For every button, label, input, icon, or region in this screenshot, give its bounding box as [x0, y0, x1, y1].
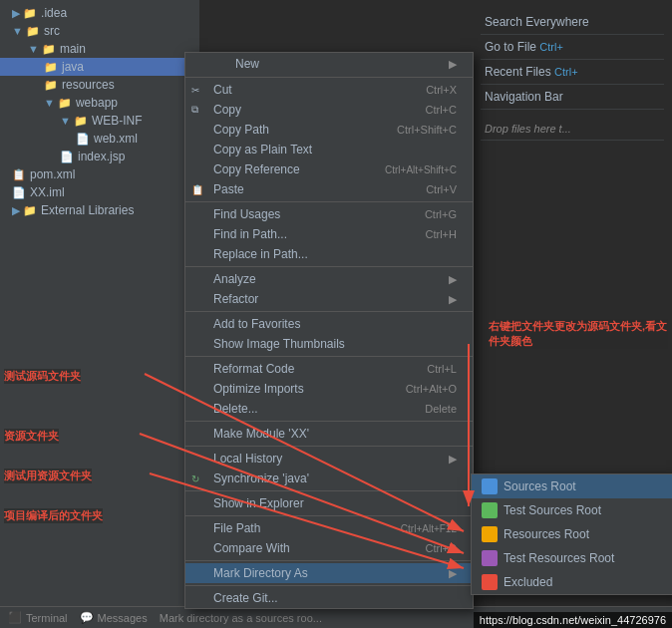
separator — [185, 585, 473, 586]
submenu-sources-root[interactable]: Sources Root — [472, 474, 672, 498]
annotation-resources: 资源文件夹 — [4, 429, 59, 444]
watermark: https://blog.csdn.net/weixin_44726976 — [474, 612, 672, 628]
separator — [185, 77, 473, 78]
submenu-test-sources-root[interactable]: Test Sources Root — [472, 498, 672, 522]
sources-icon — [482, 478, 498, 494]
separator — [185, 515, 473, 516]
tree-item-main[interactable]: ▼ 📁 main — [0, 40, 199, 58]
tree-item-resources[interactable]: 📁 resources — [0, 76, 199, 94]
submenu-arrow: ▶ — [449, 58, 457, 71]
menu-copy-reference[interactable]: Copy Reference Ctrl+Alt+Shift+C — [185, 159, 473, 179]
right-panel-navigation-bar[interactable]: Navigation Bar — [481, 85, 664, 110]
annotation-test-resources: 测试用资源文件夹 — [4, 469, 92, 483]
submenu-arrow: ▶ — [449, 273, 457, 286]
tree-item-external-libraries[interactable]: ▶ 📁 External Libraries — [0, 201, 199, 219]
menu-find-usages[interactable]: Find Usages Ctrl+G — [185, 204, 473, 224]
cut-icon: ✂ — [191, 85, 199, 96]
submenu-arrow: ▶ — [449, 453, 457, 466]
separator — [185, 490, 473, 491]
menu-local-history[interactable]: Local History ▶ — [185, 449, 473, 469]
submenu-excluded[interactable]: Excluded — [472, 570, 672, 594]
tree-item-xximl[interactable]: 📄 XX.iml — [0, 183, 199, 201]
folder-icon: ▼ 📁 — [60, 115, 88, 128]
tree-item-webxml[interactable]: 📄 web.xml — [0, 130, 199, 148]
tree-item-webapp[interactable]: ▼ 📁 webapp — [0, 94, 199, 112]
menu-copy-plain-text[interactable]: Copy as Plain Text — [185, 140, 473, 159]
menu-cut[interactable]: ✂ Cut Ctrl+X — [185, 80, 473, 100]
submenu-arrow: ▶ — [449, 567, 457, 580]
separator — [185, 311, 473, 312]
paste-icon: 📋 — [191, 184, 203, 195]
submenu-arrow: ▶ — [449, 293, 457, 306]
right-panel-search-everywhere[interactable]: Search Everywhere — [481, 10, 664, 35]
messages-tab[interactable]: 💬 Messages — [80, 611, 148, 624]
menu-create-git[interactable]: Create Git... — [185, 588, 473, 608]
tree-item-idea[interactable]: ▶ 📁 .idea — [0, 4, 199, 22]
right-click-annotation: 右键把文件夹更改为源码文件夹,看文件夹颜色 — [489, 319, 668, 349]
folder-icon: ▼ 📁 — [12, 25, 40, 38]
jsp-icon: 📄 — [60, 151, 74, 163]
tree-item-src[interactable]: ▼ 📁 src — [0, 22, 199, 40]
menu-file-path[interactable]: File Path Ctrl+Alt+F12 — [185, 518, 473, 538]
menu-analyze[interactable]: Analyze ▶ — [185, 269, 473, 289]
excluded-icon — [482, 574, 498, 590]
right-panel-recent-files[interactable]: Recent Files Ctrl+ — [481, 60, 664, 85]
folder-icon: 📁 — [44, 79, 58, 92]
menu-paste[interactable]: 📋 Paste Ctrl+V — [185, 179, 473, 199]
new-icon — [213, 56, 229, 72]
menu-mark-directory-as[interactable]: Mark Directory As ▶ — [185, 563, 473, 583]
xml-icon: 📄 — [76, 133, 90, 146]
mark-directory-submenu: Sources Root Test Sources Root Resources… — [471, 473, 672, 595]
menu-optimize-imports[interactable]: Optimize Imports Ctrl+Alt+O — [185, 379, 473, 399]
folder-icon: 📁 — [44, 61, 58, 74]
messages-icon: 💬 — [80, 611, 94, 624]
menu-copy[interactable]: ⧉ Copy Ctrl+C — [185, 100, 473, 120]
separator — [185, 421, 473, 422]
xml-icon: 📋 — [12, 168, 26, 181]
tree-item-webinf[interactable]: ▼ 📁 WEB-INF — [0, 112, 199, 130]
folder-icon: ▶ 📁 — [12, 7, 37, 20]
right-panel-drop-area: Drop files here t... — [481, 118, 664, 141]
annotation-compiled: 项目编译后的文件夹 — [4, 508, 103, 523]
menu-reformat-code[interactable]: Reformat Code Ctrl+L — [185, 359, 473, 379]
menu-delete[interactable]: Delete... Delete — [185, 399, 473, 419]
tree-item-indexjsp[interactable]: 📄 index.jsp — [0, 148, 199, 165]
separator — [185, 560, 473, 561]
menu-compare-with[interactable]: Compare With Ctrl+D — [185, 538, 473, 558]
iml-icon: 📄 — [12, 186, 26, 199]
menu-add-to-favorites[interactable]: Add to Favorites — [185, 314, 473, 334]
menu-copy-path[interactable]: Copy Path Ctrl+Shift+C — [185, 120, 473, 140]
menu-replace-in-path[interactable]: Replace in Path... — [185, 244, 473, 264]
menu-make-module[interactable]: Make Module 'XX' — [185, 424, 473, 444]
menu-find-in-path[interactable]: Find in Path... Ctrl+H — [185, 224, 473, 244]
menu-show-in-explorer[interactable]: Show in Explorer — [185, 493, 473, 513]
terminal-icon: ⬛ — [8, 611, 22, 624]
submenu-test-resources-root[interactable]: Test Resources Root — [472, 546, 672, 570]
folder-icon: ▼ 📁 — [28, 43, 56, 56]
copy-icon: ⧉ — [191, 104, 198, 116]
context-menu: New ▶ ✂ Cut Ctrl+X ⧉ Copy Ctrl+C Copy Pa… — [184, 52, 474, 609]
sync-icon: ↻ — [191, 473, 199, 484]
test-resources-icon — [482, 550, 498, 566]
folder-icon: ▼ 📁 — [44, 97, 72, 110]
file-tree: ▶ 📁 .idea ▼ 📁 src ▼ 📁 main 📁 java 📁 reso… — [0, 0, 199, 628]
folder-icon: ▶ 📁 — [12, 204, 37, 217]
separator — [185, 446, 473, 447]
separator — [185, 266, 473, 267]
tree-item-java[interactable]: 📁 java — [0, 58, 199, 76]
separator — [185, 356, 473, 357]
separator — [185, 201, 473, 202]
annotation-test-src: 测试源码文件夹 — [4, 369, 81, 384]
menu-show-image-thumbnails[interactable]: Show Image Thumbnails — [185, 334, 473, 354]
resources-icon — [482, 526, 498, 542]
menu-refactor[interactable]: Refactor ▶ — [185, 289, 473, 309]
menu-synchronize[interactable]: ↻ Synchronize 'java' — [185, 469, 473, 488]
terminal-tab[interactable]: ⬛ Terminal — [8, 611, 68, 624]
menu-new[interactable]: New ▶ — [185, 53, 473, 75]
test-sources-icon — [482, 502, 498, 518]
submenu-resources-root[interactable]: Resources Root — [472, 522, 672, 546]
tree-item-pomxml[interactable]: 📋 pom.xml — [0, 165, 199, 183]
right-panel-go-to-file[interactable]: Go to File Ctrl+ — [481, 35, 664, 60]
